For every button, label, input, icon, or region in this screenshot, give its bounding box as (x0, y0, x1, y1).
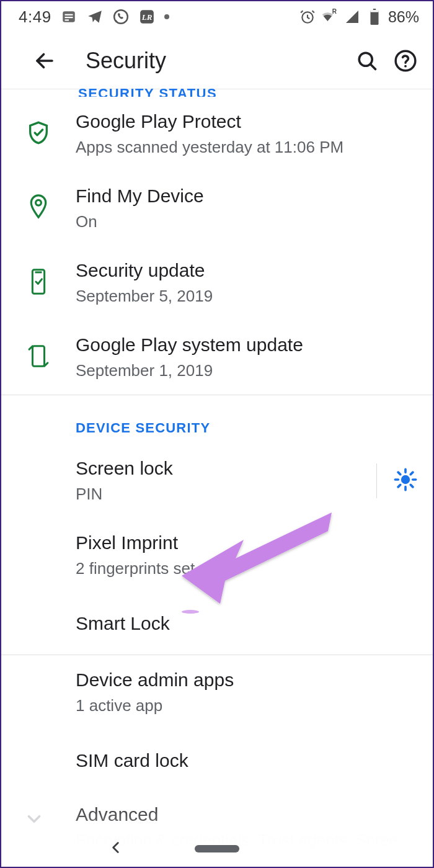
row-find-my-device[interactable]: Find My Device On (1, 171, 433, 246)
phone-check-icon (28, 268, 49, 298)
row-smart-lock[interactable]: Smart Lock (1, 593, 433, 655)
row-subtitle: Apps scanned yesterday at 11:06 PM (76, 137, 418, 158)
nav-home-pill[interactable] (195, 845, 239, 852)
shield-check-icon (26, 120, 51, 148)
chevron-down-icon (24, 808, 45, 832)
svg-text:LR: LR (141, 12, 152, 22)
row-subtitle: 2 fingerprints set up (76, 558, 418, 579)
vertical-divider (376, 463, 377, 498)
svg-rect-17 (33, 346, 45, 367)
row-play-system-update[interactable]: Google Play system update September 1, 2… (1, 320, 433, 395)
alarm-icon (299, 8, 316, 25)
battery-icon (366, 8, 383, 25)
battery-percent: 86% (388, 8, 419, 26)
whatsapp-icon (112, 8, 130, 25)
status-bar: 4:49 LR R 86% (1, 1, 433, 32)
row-title: Screen lock (76, 457, 365, 480)
svg-rect-3 (64, 19, 69, 20)
row-title: Device admin apps (76, 668, 418, 692)
row-subtitle: September 1, 2019 (76, 360, 418, 382)
svg-point-18 (402, 477, 409, 483)
row-title: Security update (76, 259, 418, 282)
svg-rect-2 (64, 17, 73, 18)
status-time: 4:49 (19, 7, 51, 27)
row-title: Find My Device (76, 184, 418, 208)
app-bar: Security (1, 32, 433, 89)
row-title: Google Play system update (76, 333, 418, 357)
svg-rect-1 (64, 14, 73, 16)
messages-icon (60, 8, 78, 25)
wifi-icon: R (321, 8, 339, 25)
row-screen-lock[interactable]: Screen lock PIN (1, 444, 433, 518)
svg-rect-11 (370, 10, 378, 12)
navigation-bar (2, 832, 432, 866)
row-subtitle: On (76, 212, 418, 233)
section-header-security-status: SECURITY STATUS (1, 86, 433, 97)
gear-icon[interactable] (393, 467, 418, 494)
row-security-update[interactable]: Security update September 5, 2019 (1, 246, 433, 320)
section-header-device-security: DEVICE SECURITY (1, 395, 433, 444)
row-subtitle: PIN (76, 484, 365, 505)
phone-refresh-icon (27, 342, 50, 372)
svg-point-14 (404, 65, 407, 67)
help-icon[interactable] (392, 47, 419, 74)
signal-icon (343, 8, 361, 25)
row-google-play-protect[interactable]: Google Play Protect Apps scanned yesterd… (1, 97, 433, 171)
row-title: Smart Lock (76, 612, 418, 635)
back-icon[interactable] (31, 47, 58, 74)
page-title: Security (86, 48, 166, 74)
svg-rect-9 (370, 10, 378, 25)
telegram-icon (86, 8, 104, 25)
row-title: Advanced (76, 803, 418, 826)
svg-rect-16 (32, 270, 44, 294)
row-pixel-imprint[interactable]: Pixel Imprint 2 fingerprints set up (1, 518, 433, 593)
row-subtitle: 1 active app (76, 696, 418, 717)
lr-app-icon: LR (138, 8, 156, 25)
row-title: Google Play Protect (76, 110, 418, 133)
nav-back-icon[interactable] (108, 839, 124, 858)
row-title: Pixel Imprint (76, 531, 418, 555)
svg-rect-8 (373, 9, 376, 10)
overflow-dot-icon (164, 14, 169, 19)
svg-point-15 (36, 200, 42, 205)
location-pin-icon (27, 194, 50, 223)
search-icon[interactable] (353, 47, 381, 74)
row-sim-card-lock[interactable]: SIM card lock (1, 730, 433, 792)
settings-list[interactable]: SECURITY STATUS Google Play Protect Apps… (1, 86, 433, 851)
row-device-admin-apps[interactable]: Device admin apps 1 active app (1, 655, 433, 730)
row-title: SIM card lock (76, 749, 418, 772)
row-subtitle: September 5, 2019 (76, 286, 418, 307)
